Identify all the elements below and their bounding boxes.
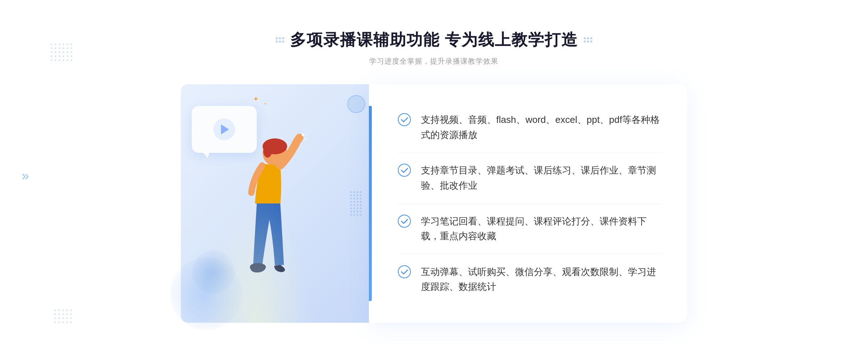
page-subtitle: 学习进度全掌握，提升录播课教学效果 bbox=[276, 56, 592, 66]
svg-point-9 bbox=[398, 215, 410, 227]
feature-text-2: 支持章节目录、弹题考试、课后练习、课后作业、章节测验、批改作业 bbox=[421, 163, 662, 193]
header-dots-right bbox=[584, 37, 592, 43]
sparkle-icon-1: ✦ bbox=[253, 95, 259, 103]
chevron-left-decoration: » bbox=[22, 168, 29, 184]
svg-point-7 bbox=[398, 113, 410, 126]
header-section: 多项录播课辅助功能 专为线上教学打造 学习进度全掌握，提升录播课教学效果 bbox=[276, 29, 592, 66]
illustration-area: ✦ ✦ bbox=[181, 84, 369, 323]
card-accent-bar bbox=[369, 106, 372, 301]
check-icon-3 bbox=[398, 215, 411, 228]
feature-text-4: 互动弹幕、试听购买、微信分享、观看次数限制、学习进度跟踪、数据统计 bbox=[421, 265, 662, 295]
main-content: ✦ ✦ bbox=[181, 84, 687, 323]
bg-dots-bottomleft bbox=[54, 309, 72, 323]
svg-point-2 bbox=[263, 145, 272, 158]
header-dots-left bbox=[276, 37, 284, 43]
feature-item-2: 支持章节目录、弹题考试、课后练习、课后作业、章节测验、批改作业 bbox=[398, 153, 662, 203]
svg-point-4 bbox=[298, 135, 302, 139]
svg-point-6 bbox=[305, 138, 307, 140]
header-title-wrapper: 多项录播课辅助功能 专为线上教学打造 bbox=[276, 29, 592, 51]
feature-item-3: 学习笔记回看、课程提问、课程评论打分、课件资料下载，重点内容收藏 bbox=[398, 204, 662, 254]
check-icon-1 bbox=[398, 113, 411, 126]
feature-text-1: 支持视频、音频、flash、word、excel、ppt、pdf等各种格式的资源… bbox=[421, 112, 662, 142]
human-figure bbox=[210, 131, 318, 323]
sparkle-icon-2: ✦ bbox=[264, 102, 267, 106]
bg-dots-topleft bbox=[51, 43, 72, 61]
page-container: » 多项录播课辅助功能 专为线上教学打造 学习进度全掌握，提升录播课教学效果 bbox=[0, 0, 868, 352]
deco-stripe bbox=[350, 191, 362, 216]
feature-item-4: 互动弹幕、试听购买、微信分享、观看次数限制、学习进度跟踪、数据统计 bbox=[398, 254, 662, 305]
check-icon-4 bbox=[398, 265, 411, 278]
content-card: 支持视频、音频、flash、word、excel、ppt、pdf等各种格式的资源… bbox=[369, 84, 687, 323]
page-title: 多项录播课辅助功能 专为线上教学打造 bbox=[290, 29, 578, 51]
svg-point-10 bbox=[398, 266, 410, 278]
svg-point-8 bbox=[398, 164, 410, 176]
deco-circle-small bbox=[347, 95, 365, 113]
feature-text-3: 学习笔记回看、课程提问、课程评论打分、课件资料下载，重点内容收藏 bbox=[421, 214, 662, 244]
svg-point-5 bbox=[302, 133, 305, 136]
feature-item-1: 支持视频、音频、flash、word、excel、ppt、pdf等各种格式的资源… bbox=[398, 102, 662, 153]
check-icon-2 bbox=[398, 164, 411, 177]
